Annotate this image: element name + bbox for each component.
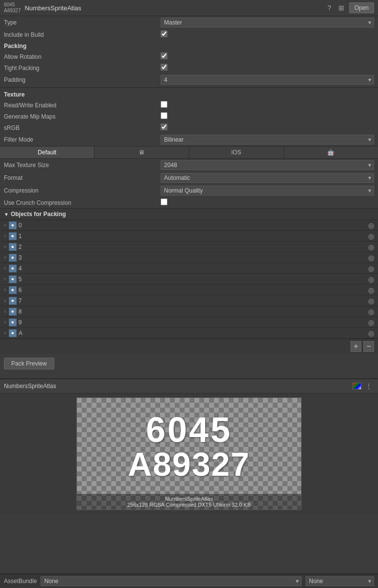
preview-image-area: 6045 A89327 NumbersSpriteAtlas 256x128 R… [0,393,378,514]
list-item[interactable]: ≡ ■ 2 ◎ [0,242,378,252]
filter-mode-row: Filter Mode Bilinear [0,133,378,146]
asset-bundle-row: AssetBundle None None [0,573,378,588]
objects-header-label: Objects for Packing [11,211,66,218]
drag-handle-icon: ≡ [4,319,7,325]
list-item[interactable]: ≡ ■ 5 ◎ [0,274,378,285]
object-name: 3 [19,254,368,261]
filter-mode-select-wrapper: Bilinear [161,135,374,145]
srgb-checkbox[interactable] [161,123,167,130]
drag-handle-icon: ≡ [4,222,7,228]
read-write-label: Read/Write Enabled [4,102,161,109]
texture-section-header: Texture [0,89,378,99]
layout-button[interactable]: ⊞ [336,3,346,13]
list-item[interactable]: ≡ ■ 0 ◎ [0,220,378,231]
format-label: Format [4,174,161,181]
header-icon-text: 6045 A89327 [4,2,21,14]
list-item[interactable]: ≡ ■ 7 ◎ [0,295,378,306]
drag-handle-icon: ≡ [4,309,7,314]
drag-handle-icon: ≡ [4,244,7,249]
crunch-compression-label: Use Crunch Compression [4,199,161,206]
object-target-icon[interactable]: ◎ [368,243,374,251]
sprite-icon: ■ [9,265,17,272]
list-item[interactable]: ≡ ■ 1 ◎ [0,231,378,242]
type-value: Master [161,18,374,27]
tab-android[interactable]: 🤖 [284,147,378,158]
object-target-icon[interactable]: ◎ [368,254,374,262]
sprite-icon: ■ [9,275,17,283]
type-select[interactable]: Master [161,18,374,27]
crunch-compression-checkbox[interactable] [161,198,167,205]
collapse-triangle-icon: ▼ [4,212,9,217]
crunch-compression-row: Use Crunch Compression [0,197,378,208]
gen-mip-maps-row: Generate Mip Maps [0,111,378,122]
sprite-icon: ■ [9,243,17,251]
tight-packing-checkbox[interactable] [161,64,167,71]
open-button[interactable]: Open [349,2,374,13]
srgb-label: sRGB [4,124,161,131]
object-target-icon[interactable]: ◎ [368,308,374,316]
pack-preview-area: Pack Preview [0,354,378,373]
preview-header: NumbersSpriteAtlas ⋮ [0,379,378,393]
object-target-icon[interactable]: ◎ [368,286,374,294]
read-write-row: Read/Write Enabled [0,99,378,111]
object-name: 7 [19,297,368,304]
list-item[interactable]: ≡ ■ 4 ◎ [0,263,378,274]
object-target-icon[interactable]: ◎ [368,265,374,272]
remove-object-button[interactable]: − [363,341,374,352]
pack-preview-button[interactable]: Pack Preview [4,358,54,369]
compression-select[interactable]: Normal Quality [161,186,374,196]
padding-select[interactable]: 4 [161,75,374,85]
tab-ios[interactable]: iOS [189,147,284,158]
object-name: 1 [19,233,368,240]
object-target-icon[interactable]: ◎ [368,232,374,240]
filter-mode-select[interactable]: Bilinear [161,135,374,145]
read-write-checkbox[interactable] [161,101,167,108]
preview-menu-button[interactable]: ⋮ [363,381,374,391]
max-texture-size-select-wrapper: 2048 [161,160,374,170]
allow-rotation-label: Allow Rotation [4,53,161,60]
sprite-icon: ■ [9,286,17,294]
object-target-icon[interactable]: ◎ [368,318,374,326]
include-in-build-label: Include in Build [4,31,161,38]
objects-list: ≡ ■ 0 ◎ ≡ ■ 1 ◎ ≡ ■ 2 ◎ ≡ ■ 3 ◎ ≡ ■ 4 ◎ … [0,220,378,339]
atlas-text-overlay: 6045 A89327 [77,398,301,495]
srgb-row: sRGB [0,122,378,133]
object-target-icon[interactable]: ◎ [368,329,374,337]
filter-mode-label: Filter Mode [4,136,161,143]
max-texture-size-select[interactable]: 2048 [161,160,374,170]
list-item[interactable]: ≡ ■ 9 ◎ [0,317,378,328]
object-name: 5 [19,276,368,283]
list-item[interactable]: ≡ ■ 3 ◎ [0,252,378,263]
color-preview-icon[interactable] [353,383,361,390]
type-select-wrapper: Master [161,18,374,27]
object-target-icon[interactable]: ◎ [368,275,374,283]
format-select[interactable]: Automatic [161,173,374,183]
asset-bundle-select-wrap-2: None [306,576,374,586]
allow-rotation-row: Allow Rotation [0,51,378,62]
gen-mip-maps-checkbox[interactable] [161,112,167,119]
object-target-icon[interactable]: ◎ [368,297,374,305]
list-item[interactable]: ≡ ■ A ◎ [0,328,378,339]
tab-default[interactable]: Default [0,147,94,158]
list-item[interactable]: ≡ ■ 8 ◎ [0,306,378,317]
list-item[interactable]: ≡ ■ 6 ◎ [0,285,378,295]
object-target-icon[interactable]: ◎ [368,221,374,229]
preview-header-right: ⋮ [353,381,374,391]
header-title: NumbersSpriteAtlas [24,4,81,12]
format-row: Format Automatic [0,172,378,184]
gen-mip-maps-label: Generate Mip Maps [4,113,161,120]
asset-bundle-label: AssetBundle [4,578,37,585]
object-name: 4 [19,265,368,272]
include-in-build-checkbox[interactable] [161,30,167,37]
sprite-icon: ■ [9,318,17,326]
object-name: A [19,330,368,337]
sprite-icon: ■ [9,308,17,316]
help-button[interactable]: ? [326,3,333,13]
asset-bundle-select-2[interactable]: None [306,576,374,586]
add-object-button[interactable]: + [351,341,361,352]
allow-rotation-checkbox[interactable] [161,52,167,59]
preview-title: NumbersSpriteAtlas [4,383,56,390]
padding-row: Padding 4 [0,74,378,86]
asset-bundle-select-1[interactable]: None [41,576,302,586]
tab-desktop[interactable]: 🖥 [94,147,189,158]
